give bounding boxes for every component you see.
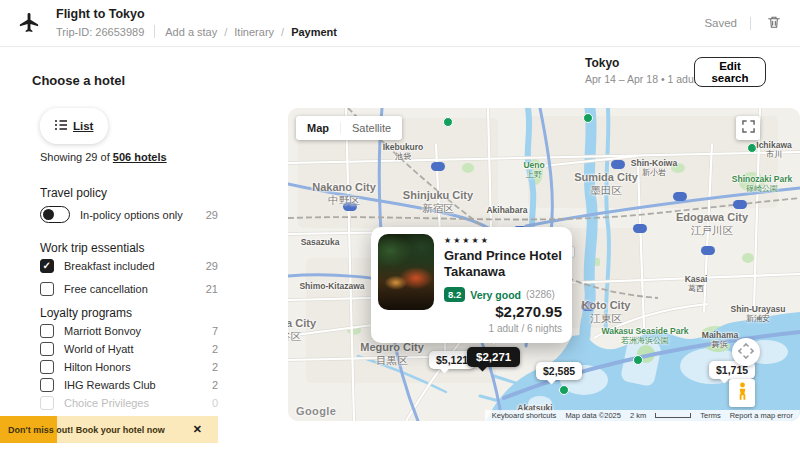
promo-banner: Don't miss out! Book your hotel now ✕ <box>0 416 218 443</box>
map-label-koto: Koto City江東区 <box>582 299 631 324</box>
price-pin-2585[interactable]: $2,585 <box>536 362 582 380</box>
map-label-shin-urayasu: Shin-Urayasu新浦安 <box>731 304 786 323</box>
hotel-photo <box>378 234 434 310</box>
map-label-ichikawa: Ichikawa市川 <box>756 140 791 159</box>
breadcrumb: Add a stay / Itinerary / Payment <box>165 26 337 38</box>
rating-label: Very good <box>470 289 521 301</box>
destination-label: Tokyo <box>585 56 699 70</box>
fullscreen-icon <box>742 120 755 136</box>
filter-row-marriott[interactable]: Marriott Bonvoy 7 <box>40 324 218 338</box>
trip-id: Trip-ID: 26653989 <box>56 26 144 38</box>
map-label-setagaya: Setagaya City世田谷区 <box>288 317 316 342</box>
ihg-label: IHG Rewards Club <box>64 379 156 391</box>
map-label-sasazuka: Sasazuka <box>301 237 340 247</box>
filter-row-hyatt[interactable]: World of Hyatt 2 <box>40 342 218 356</box>
airplane-icon <box>18 11 42 35</box>
map-type-satellite-button[interactable]: Satellite <box>340 122 402 134</box>
view-toggle: List Map <box>40 108 108 144</box>
filter-row-choice: Choice Privileges 0 <box>40 396 218 410</box>
list-icon <box>55 120 67 132</box>
keyboard-shortcuts-link[interactable]: Keyboard shortcuts <box>492 411 557 420</box>
map-data-label: Map data ©2025 <box>565 411 621 420</box>
map-label-shinjuku: Shinjuku City新宿区 <box>403 189 473 214</box>
hilton-label: Hilton Honors <box>64 361 131 373</box>
choice-label: Choice Privileges <box>64 397 149 409</box>
pan-control[interactable] <box>732 338 760 366</box>
breakfast-count: 29 <box>206 260 218 272</box>
map-label-ikebukuro: Ikebukuro池袋 <box>383 142 424 161</box>
price-pin-2271-selected[interactable]: $2,271 <box>467 347 520 367</box>
hotel-price: $2,270.95 <box>489 303 562 320</box>
free-cancellation-checkbox[interactable] <box>40 282 54 296</box>
breadcrumb-separator: / <box>224 26 227 38</box>
results-summary: Showing 29 of 506 hotels <box>40 151 167 163</box>
divider <box>154 25 155 38</box>
hotels-count-link[interactable]: 506 hotels <box>113 151 167 163</box>
work-trip-heading: Work trip essentials <box>40 241 144 255</box>
map-type-map-button[interactable]: Map <box>296 122 340 134</box>
free-cancellation-label: Free cancellation <box>64 283 148 295</box>
ihg-checkbox[interactable] <box>40 378 54 392</box>
filter-row-breakfast[interactable]: Breakfast included 29 <box>40 259 218 273</box>
hotel-card[interactable]: ★★★★★ Grand Prince Hotel Takanawa 8.2 Ve… <box>371 227 572 343</box>
filter-row-hilton[interactable]: Hilton Honors 2 <box>40 360 218 374</box>
trip-header: Flight to Tokyo Trip-ID: 26653989 Add a … <box>56 7 337 38</box>
breadcrumb-separator: / <box>281 26 284 38</box>
hyatt-label: World of Hyatt <box>64 343 134 355</box>
report-map-error-link[interactable]: Report a map error <box>730 411 793 420</box>
review-count: (3286) <box>526 289 555 300</box>
trip-title: Flight to Tokyo <box>56 7 337 21</box>
results-count-text: Showing 29 of <box>40 151 113 163</box>
breadcrumb-payment: Payment <box>291 26 337 38</box>
pan-arrows-icon <box>738 343 754 362</box>
top-bar: Flight to Tokyo Trip-ID: 26653989 Add a … <box>0 0 800 47</box>
map-label-meguro: Meguro City目黒区 <box>360 341 424 366</box>
map-attribution: Keyboard shortcuts Map data ©2025 2 km T… <box>485 410 800 421</box>
breakfast-checkbox[interactable] <box>40 259 54 273</box>
rating-score-badge: 8.2 <box>444 287 465 302</box>
marriott-checkbox[interactable] <box>40 324 54 338</box>
trash-icon <box>766 14 782 33</box>
in-policy-label: In-policy options only <box>80 209 183 221</box>
scale-bar <box>655 413 691 418</box>
map-label-akihabara: Akihabara <box>486 205 527 215</box>
map-label-edogawa: Edogawa City江戸川区 <box>676 211 748 236</box>
breadcrumb-add-a-stay[interactable]: Add a stay <box>165 26 217 38</box>
map-label-shinozaki-park: Shinozaki Park篠崎公園 <box>732 174 792 193</box>
saved-status: Saved <box>704 17 737 29</box>
hyatt-checkbox[interactable] <box>40 342 54 356</box>
pegman-icon <box>736 382 749 404</box>
scale-label: 2 km <box>630 411 646 420</box>
promo-banner-text: Don't miss out! Book your hotel now <box>0 425 165 435</box>
search-summary: Tokyo Apr 14 – Apr 18 • 1 adult <box>585 56 699 85</box>
hotel-price-occupancy: 1 adult / 6 nights <box>489 323 562 334</box>
terms-link[interactable]: Terms <box>700 411 720 420</box>
hilton-checkbox[interactable] <box>40 360 54 374</box>
in-policy-filter-row[interactable]: In-policy options only 29 <box>40 206 218 223</box>
banner-close-button[interactable]: ✕ <box>187 422 208 437</box>
list-view-tab[interactable]: List <box>42 120 106 132</box>
close-icon: ✕ <box>193 423 202 435</box>
breadcrumb-itinerary[interactable]: Itinerary <box>234 26 274 38</box>
filter-row-free-cancellation[interactable]: Free cancellation 21 <box>40 282 218 296</box>
page-title: Choose a hotel <box>32 73 125 88</box>
google-logo[interactable]: Google <box>296 405 336 417</box>
map-label-ueno: Ueno上野 <box>523 160 544 179</box>
ihg-count: 2 <box>212 379 218 391</box>
map-type-control: Map Satellite <box>296 116 402 140</box>
map-label-sumida: Sumida City墨田区 <box>574 171 638 196</box>
map-label-kasai: Kasai葛西 <box>685 274 708 293</box>
map-label-shin-koiwa: Shin-Koiwa新小岩 <box>631 158 677 177</box>
delete-trip-button[interactable] <box>764 12 784 35</box>
choice-count: 0 <box>212 397 218 409</box>
pegman-button[interactable] <box>729 379 755 407</box>
map-container: Ikebukuro池袋 Nakano City中野区 Shinjuku City… <box>288 108 800 421</box>
in-policy-toggle[interactable] <box>40 206 70 223</box>
hilton-count: 2 <box>212 361 218 373</box>
hotel-star-rating: ★★★★★ <box>444 236 562 245</box>
fullscreen-button[interactable] <box>736 116 760 140</box>
choice-checkbox <box>40 396 54 410</box>
breakfast-label: Breakfast included <box>64 260 155 272</box>
filter-row-ihg[interactable]: IHG Rewards Club 2 <box>40 378 218 392</box>
edit-search-button[interactable]: Edit search <box>694 57 766 87</box>
